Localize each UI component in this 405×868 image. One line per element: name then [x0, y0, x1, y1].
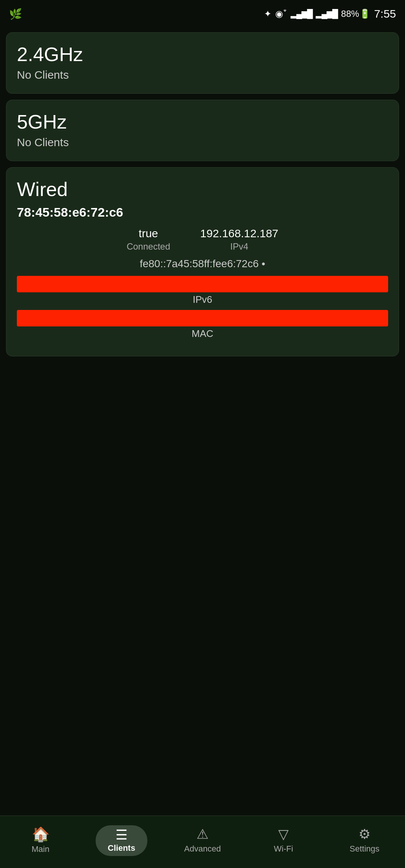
signal1-icon: ▂▄▆█: [291, 9, 312, 19]
nav-label-main: Main: [32, 844, 50, 854]
ipv6-redacted-bar: [17, 276, 388, 292]
connection-grid: true Connected 192.168.12.187 IPv4: [17, 227, 388, 252]
ipv6-label: IPv6: [17, 294, 388, 305]
main-content: 2.4GHz No Clients 5GHz No Clients Wired …: [0, 26, 405, 816]
bottom-nav: 🏠 Main ☰ Clients ⚠ Advanced ▽ Wi-Fi ⚙ Se…: [0, 816, 405, 868]
network-card-5ghz: 5GHz No Clients: [6, 100, 399, 161]
status-right: ✦ ◉ ᪳ ▂▄▆█ ▂▄▆█ 88%🔋 7:55: [264, 7, 396, 20]
nav-label-wifi: Wi-Fi: [274, 844, 293, 854]
mac-redacted-bar: [17, 310, 388, 326]
ipv4-label: IPv4: [230, 241, 248, 252]
home-icon: 🏠: [32, 827, 50, 841]
network-card-2.4ghz: 2.4GHz No Clients: [6, 32, 399, 94]
network-subtitle-2.4ghz: No Clients: [17, 69, 388, 81]
mac-address-header: 78:45:58:e6:72:c6: [17, 205, 388, 220]
status-left: 🌿: [9, 8, 22, 20]
wired-card: Wired 78:45:58:e6:72:c6 true Connected 1…: [6, 167, 399, 356]
bluetooth-icon: ✦: [264, 9, 272, 19]
signal2-icon: ▂▄▆█: [316, 9, 337, 19]
connection-status-value: true: [139, 227, 158, 240]
nav-label-clients: Clients: [108, 843, 135, 853]
location-icon: ◉: [275, 9, 283, 19]
app-icon: 🌿: [9, 8, 22, 20]
wired-title: Wired: [17, 178, 388, 201]
wifi-icon: ▽: [278, 828, 289, 841]
clients-active-bg: ☰ Clients: [96, 825, 147, 856]
mac-label: MAC: [17, 328, 388, 340]
nav-item-clients[interactable]: ☰ Clients: [81, 825, 162, 856]
network-title-2.4ghz: 2.4GHz: [17, 43, 388, 66]
settings-icon: ⚙: [358, 828, 370, 841]
network-title-5ghz: 5GHz: [17, 111, 388, 133]
advanced-icon: ⚠: [196, 828, 208, 841]
empty-space: [6, 362, 399, 810]
nav-label-advanced: Advanced: [184, 844, 221, 854]
nav-item-main[interactable]: 🏠 Main: [0, 827, 81, 854]
clients-icon: ☰: [116, 828, 128, 842]
nav-item-settings[interactable]: ⚙ Settings: [324, 828, 405, 854]
connection-status-label: Connected: [127, 241, 170, 252]
ipv4-value: 192.168.12.187: [200, 227, 279, 240]
nav-label-settings: Settings: [350, 844, 380, 854]
nav-item-advanced[interactable]: ⚠ Advanced: [162, 828, 243, 854]
battery-indicator: 88%🔋: [341, 9, 370, 19]
ipv6-address-display: fe80::7a45:58ff:fee6:72c6 •: [17, 258, 388, 270]
status-time: 7:55: [374, 7, 396, 20]
ipv4-address: 192.168.12.187 IPv4: [200, 227, 279, 252]
status-bar: 🌿 ✦ ◉ ᪳ ▂▄▆█ ▂▄▆█ 88%🔋 7:55: [0, 0, 405, 26]
connection-status: true Connected: [127, 227, 170, 252]
network-subtitle-5ghz: No Clients: [17, 136, 388, 149]
nav-item-wifi[interactable]: ▽ Wi-Fi: [243, 828, 324, 854]
